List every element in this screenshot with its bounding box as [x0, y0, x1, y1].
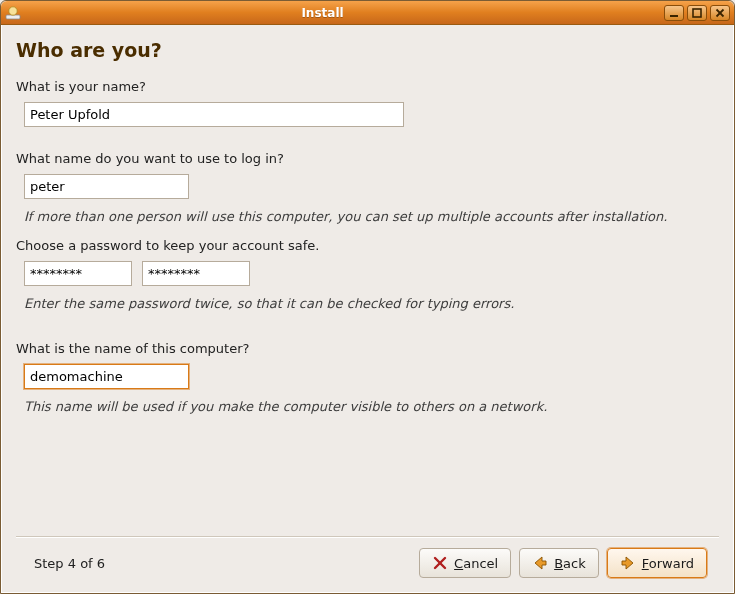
page-title: Who are you?: [16, 39, 719, 61]
back-label: Back: [554, 556, 586, 571]
forward-label: Forward: [642, 556, 694, 571]
maximize-button[interactable]: [687, 5, 707, 21]
password-confirm-input[interactable]: [142, 261, 250, 286]
password-hint: Enter the same password twice, so that i…: [24, 296, 719, 311]
titlebar[interactable]: Install: [1, 1, 734, 25]
close-button[interactable]: [710, 5, 730, 21]
cancel-label: Cancel: [454, 556, 498, 571]
hostname-label: What is the name of this computer?: [16, 341, 719, 356]
step-indicator: Step 4 of 6: [28, 556, 105, 571]
password-input[interactable]: [24, 261, 132, 286]
name-input[interactable]: [24, 102, 404, 127]
divider: [16, 536, 719, 538]
hostname-hint: This name will be used if you make the c…: [24, 399, 719, 414]
content-area: Who are you? What is your name? What nam…: [1, 25, 734, 593]
back-button[interactable]: Back: [519, 548, 599, 578]
footer: Step 4 of 6 Cancel Back: [16, 548, 719, 592]
window-title: Install: [0, 6, 664, 20]
svg-rect-3: [693, 9, 701, 17]
password-label: Choose a password to keep your account s…: [16, 238, 719, 253]
minimize-button[interactable]: [664, 5, 684, 21]
login-input[interactable]: [24, 174, 189, 199]
login-hint: If more than one person will use this co…: [24, 209, 719, 224]
hostname-input[interactable]: [24, 364, 189, 389]
install-window: Install Who are you? What is your name? …: [0, 0, 735, 594]
forward-arrow-icon: [620, 555, 636, 571]
name-label: What is your name?: [16, 79, 719, 94]
cancel-icon: [432, 555, 448, 571]
cancel-button[interactable]: Cancel: [419, 548, 511, 578]
login-label: What name do you want to use to log in?: [16, 151, 719, 166]
forward-button[interactable]: Forward: [607, 548, 707, 578]
svg-rect-2: [670, 15, 678, 17]
back-arrow-icon: [532, 555, 548, 571]
